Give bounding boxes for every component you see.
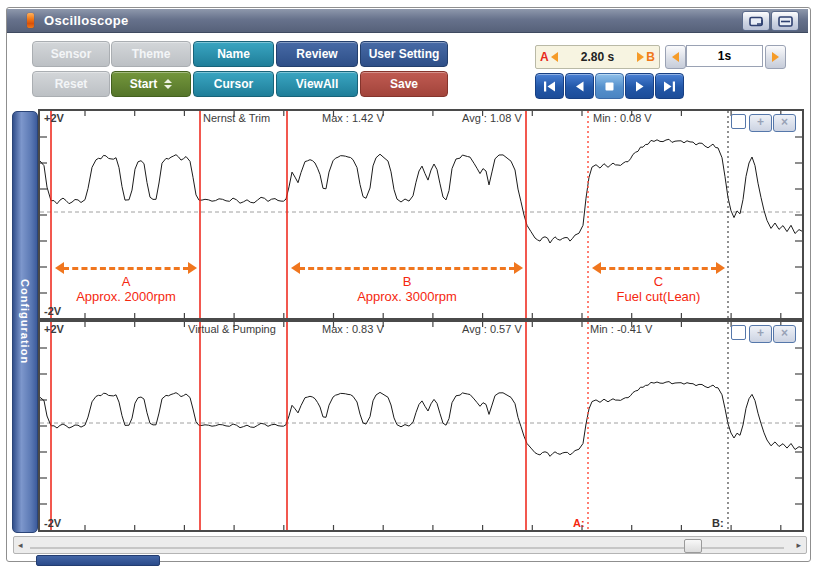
scope1-top-voltage-label: +2V bbox=[44, 112, 64, 124]
bottom-tab-bar[interactable] bbox=[36, 555, 160, 566]
scope1-bottom-voltage-label: -2V bbox=[44, 305, 61, 317]
arrow-right-icon bbox=[716, 262, 725, 274]
popout-window-button[interactable] bbox=[742, 11, 770, 31]
scope2-move-button[interactable]: + bbox=[749, 325, 772, 343]
minimize-icon bbox=[778, 16, 793, 27]
annotation-description: Approx. 2000rpm bbox=[55, 289, 197, 304]
a-marker-icon bbox=[551, 52, 558, 62]
scope-channel-2: +2V Virtual & Pumping Max : 0.83 V Avg :… bbox=[38, 320, 804, 532]
scope-channel-1: +2V Nernst & Trim Max : 1.42 V Avg : 1.0… bbox=[38, 109, 804, 320]
skip-first-icon bbox=[543, 81, 556, 92]
timebase-input[interactable] bbox=[686, 45, 763, 67]
title-bar[interactable]: Oscilloscope bbox=[7, 9, 808, 33]
close-icon: × bbox=[781, 115, 788, 129]
scope1-checkbox[interactable] bbox=[731, 114, 746, 129]
review-button[interactable]: Review bbox=[276, 41, 358, 67]
reset-button[interactable]: Reset bbox=[32, 71, 110, 97]
scrollbar-left-arrow-icon[interactable]: ◂ bbox=[18, 540, 23, 550]
stop-icon bbox=[604, 81, 615, 92]
cursor-button[interactable]: Cursor bbox=[193, 71, 274, 97]
timebase-decrease-button[interactable] bbox=[665, 45, 686, 69]
scope2-close-button[interactable]: × bbox=[773, 325, 796, 343]
play-icon bbox=[634, 81, 645, 92]
configuration-tab[interactable]: Configuration bbox=[12, 111, 38, 533]
annotation-letter: A bbox=[55, 274, 197, 289]
move-icon: + bbox=[757, 115, 764, 129]
arrow-right-icon bbox=[188, 262, 197, 274]
popout-icon bbox=[749, 16, 764, 27]
step-back-button[interactable] bbox=[565, 73, 594, 99]
user-setting-button[interactable]: User Setting bbox=[360, 41, 448, 67]
dashed-arrow-line bbox=[600, 267, 717, 270]
save-button[interactable]: Save bbox=[360, 71, 448, 97]
cursor-b-label: B bbox=[646, 50, 655, 64]
window-title: Oscilloscope bbox=[44, 13, 129, 28]
move-icon: + bbox=[757, 326, 764, 340]
annotation-letter: B bbox=[291, 274, 523, 289]
dashed-arrow-line bbox=[63, 267, 189, 270]
annotation-letter: C bbox=[592, 274, 725, 289]
annotation-c: CFuel cut(Lean) bbox=[592, 262, 725, 302]
viewall-button[interactable]: ViewAll bbox=[276, 71, 358, 97]
stop-button[interactable] bbox=[595, 73, 624, 99]
scope1-close-button[interactable]: × bbox=[773, 114, 796, 132]
left-arrow-icon bbox=[672, 52, 679, 62]
waveform-trace bbox=[40, 382, 802, 457]
oscilloscope-app: { "window": { "title": "Oscilloscope" },… bbox=[0, 0, 816, 573]
minimize-window-button[interactable] bbox=[771, 11, 799, 31]
right-arrow-icon bbox=[772, 52, 779, 62]
scope2-channel-name: Virtual & Pumping bbox=[188, 323, 276, 335]
start-stepper-icon bbox=[164, 79, 172, 89]
scope1-move-button[interactable]: + bbox=[749, 114, 772, 132]
skip-last-icon bbox=[663, 81, 676, 92]
skip-last-button[interactable] bbox=[655, 73, 684, 99]
b-marker-icon bbox=[637, 52, 644, 62]
arrow-right-icon bbox=[514, 262, 523, 274]
scope2-max-readout: Max : 0.83 V bbox=[322, 323, 384, 335]
ab-time-readout: A 2.80 s B bbox=[535, 45, 660, 69]
configuration-tab-label: Configuration bbox=[19, 279, 31, 364]
cursor-a-label: A bbox=[540, 50, 549, 64]
scope1-avg-readout: Avg : 1.08 V bbox=[462, 112, 522, 124]
waveform-trace bbox=[40, 139, 802, 243]
theme-button[interactable]: Theme bbox=[111, 41, 191, 67]
ab-time-value: 2.80 s bbox=[558, 50, 638, 64]
scope2-cursor-b-tag[interactable]: B: bbox=[712, 517, 724, 529]
scrollbar-thumb[interactable] bbox=[684, 539, 702, 553]
play-button[interactable] bbox=[625, 73, 654, 99]
scope2-bottom-voltage-label: -2V bbox=[44, 517, 61, 529]
scrollbar-right-arrow-icon[interactable]: ▸ bbox=[796, 540, 801, 550]
horizontal-scrollbar[interactable]: ◂ ▸ bbox=[13, 536, 807, 554]
close-icon: × bbox=[781, 326, 788, 340]
start-button[interactable]: Start bbox=[111, 71, 191, 97]
app-icon bbox=[27, 13, 34, 28]
annotation-a: AApprox. 2000rpm bbox=[55, 262, 197, 302]
scope1-max-readout: Max : 1.42 V bbox=[322, 112, 384, 124]
name-button[interactable]: Name bbox=[193, 41, 274, 67]
timebase-increase-button[interactable] bbox=[765, 45, 786, 69]
scope2-cursor-a-tag[interactable]: A: bbox=[573, 517, 585, 529]
annotation-b: BApprox. 3000rpm bbox=[291, 262, 523, 302]
scope1-channel-name: Nernst & Trim bbox=[203, 112, 270, 124]
skip-first-button[interactable] bbox=[535, 73, 564, 99]
annotation-description: Fuel cut(Lean) bbox=[592, 289, 725, 304]
scope1-min-readout: Min : 0.08 V bbox=[593, 112, 652, 124]
scope2-min-readout: Min : -0.41 V bbox=[590, 323, 652, 335]
scope2-checkbox[interactable] bbox=[731, 325, 746, 340]
sensor-button[interactable]: Sensor bbox=[32, 41, 110, 67]
scope2-avg-readout: Avg : 0.57 V bbox=[462, 323, 522, 335]
scrollbar-groove bbox=[30, 547, 784, 549]
scope2-top-voltage-label: +2V bbox=[44, 323, 64, 335]
step-back-icon bbox=[574, 81, 585, 92]
annotation-description: Approx. 3000rpm bbox=[291, 289, 523, 304]
scope2-plot bbox=[40, 322, 802, 530]
dashed-arrow-line bbox=[299, 267, 515, 270]
